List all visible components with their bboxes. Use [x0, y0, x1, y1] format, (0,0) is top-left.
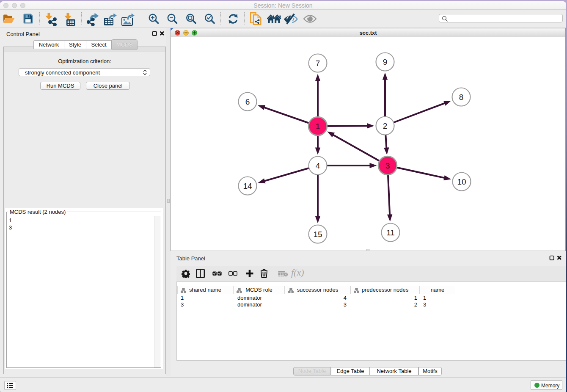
svg-text:3: 3 — [385, 161, 390, 170]
svg-text:1: 1 — [316, 122, 320, 131]
svg-text:9: 9 — [383, 58, 388, 66]
svg-text:4: 4 — [316, 161, 320, 170]
svg-text:15: 15 — [313, 230, 322, 239]
svg-text:6: 6 — [245, 97, 250, 106]
svg-text:10: 10 — [457, 177, 466, 186]
svg-text:7: 7 — [316, 59, 320, 68]
svg-text:14: 14 — [243, 182, 252, 190]
svg-text:2: 2 — [383, 121, 388, 130]
svg-text:8: 8 — [459, 93, 464, 102]
svg-text:11: 11 — [386, 228, 395, 237]
